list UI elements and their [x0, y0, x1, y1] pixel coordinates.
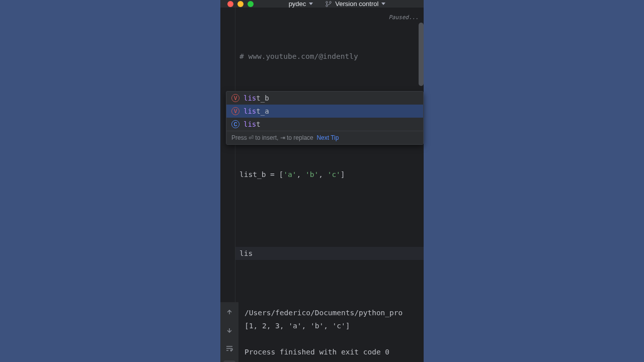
ide-window: pydec Version control Paused... # www.yo… — [220, 0, 424, 362]
svg-point-1 — [326, 5, 328, 7]
editor-area: Paused... # www.youtube.com/@indently li… — [220, 8, 424, 302]
code-line: list_b = ['a', 'b', 'c'] — [239, 168, 420, 181]
console-output[interactable]: /Users/federico/Documents/python_pro[1, … — [238, 302, 424, 362]
project-dropdown[interactable]: pydec — [289, 0, 313, 8]
console-path: /Users/federico/Documents/python_pro — [245, 306, 418, 319]
paused-label: Paused... — [388, 13, 419, 23]
svg-point-0 — [326, 1, 328, 3]
autocomplete-item[interactable]: V list_a — [226, 105, 423, 118]
autocomplete-item[interactable]: C list — [226, 118, 423, 131]
project-name: pydec — [289, 0, 306, 8]
titlebar: pydec Version control — [220, 0, 424, 8]
autocomplete-item[interactable]: V list_b — [226, 92, 423, 105]
down-button[interactable] — [223, 324, 235, 336]
maximize-icon[interactable] — [248, 1, 254, 7]
minimize-icon[interactable] — [237, 1, 244, 7]
current-line: lis — [235, 247, 424, 260]
next-tip-link[interactable]: Next Tip — [316, 134, 339, 141]
autocomplete-popup: V list_b V list_a C list Press ⏎ to inse… — [226, 91, 424, 145]
comment-line: # www.youtube.com/@indently — [239, 52, 358, 60]
vc-label: Version control — [335, 0, 378, 8]
close-icon[interactable] — [227, 1, 233, 7]
variable-icon: V — [231, 94, 239, 102]
branch-icon — [325, 1, 332, 8]
variable-icon: V — [231, 107, 239, 115]
console-toolbar — [220, 302, 238, 362]
scrollbar[interactable] — [419, 23, 424, 86]
up-button[interactable] — [223, 306, 235, 318]
version-control-dropdown[interactable]: Version control — [325, 0, 385, 8]
console-line: [1, 2, 3, 'a', 'b', 'c'] — [245, 319, 418, 332]
gutter — [220, 8, 235, 302]
autocomplete-footer: Press ⏎ to insert, ⇥ to replace Next Tip — [226, 131, 423, 144]
window-controls — [227, 1, 254, 7]
console-panel: /Users/federico/Documents/python_pro[1, … — [220, 302, 424, 362]
console-exit: Process finished with exit code 0 — [245, 345, 418, 358]
wrap-button[interactable] — [223, 342, 235, 354]
chevron-down-icon — [309, 3, 313, 5]
code-editor[interactable]: Paused... # www.youtube.com/@indently li… — [235, 8, 424, 302]
class-icon: C — [231, 120, 239, 128]
svg-point-2 — [330, 1, 332, 3]
chevron-down-icon — [381, 3, 385, 5]
titlebar-center: pydec Version control — [258, 0, 417, 8]
